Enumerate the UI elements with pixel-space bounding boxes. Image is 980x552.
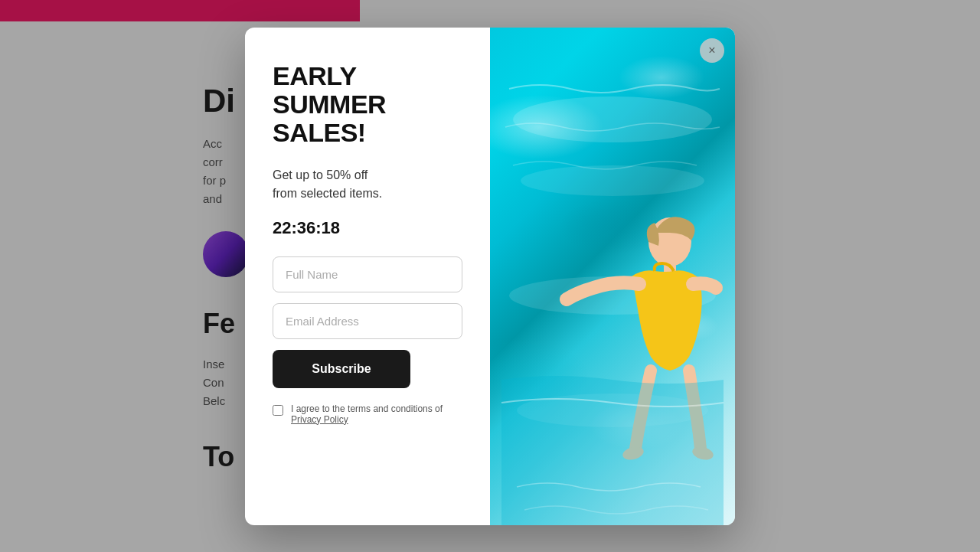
privacy-policy-link[interactable]: Privacy Policy [291,414,348,425]
modal-right-panel [490,28,735,525]
terms-container: I agree to the terms and conditions of P… [273,403,462,425]
svg-point-0 [513,96,712,142]
person-illustration [490,28,735,525]
subscribe-label: Subscribe [312,362,371,375]
modal-left-panel: EARLYSUMMERSALES! Get up to 50% offfrom … [245,28,490,525]
close-icon: × [708,44,715,57]
full-name-input[interactable] [273,256,462,292]
pool-image [490,28,735,525]
modal-overlay: × EARLYSUMMERSALES! Get up to 50% offfro… [0,0,980,552]
modal-container: × EARLYSUMMERSALES! Get up to 50% offfro… [245,28,735,525]
svg-point-1 [521,165,704,196]
subscribe-button[interactable]: Subscribe [273,350,410,388]
terms-checkbox[interactable] [273,405,283,416]
modal-subtext: Get up to 50% offfrom selected items. [273,166,462,203]
terms-text: I agree to the terms and conditions of P… [291,403,462,425]
modal-headline: EARLYSUMMERSALES! [273,62,462,148]
email-input[interactable] [273,303,462,339]
modal-timer: 22:36:18 [273,218,462,238]
close-button[interactable]: × [700,38,724,63]
